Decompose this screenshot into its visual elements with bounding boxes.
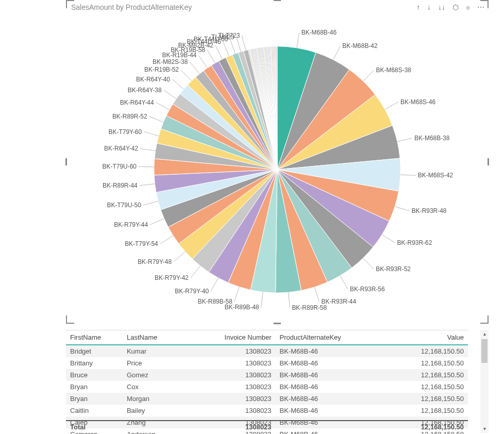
svg-line-3 [385, 102, 398, 110]
svg-line-29 [190, 62, 199, 74]
table-scrollbar[interactable]: ▴ ▾ [480, 330, 489, 433]
slice-label: BK-R64Y-44 [120, 99, 154, 106]
svg-line-34 [230, 39, 235, 54]
svg-line-21 [139, 166, 154, 167]
slice-label: BK-M68B-38 [414, 135, 450, 142]
slice-label: BK-R64Y-40 [136, 76, 170, 83]
slice-label: BK-M68S-42 [418, 172, 453, 179]
expand-all-icon[interactable]: ↓↓ [438, 3, 445, 11]
slice-label: BK-R89R-52 [112, 113, 147, 120]
more-options-icon[interactable]: ⋯ [477, 3, 484, 11]
svg-line-35 [237, 37, 241, 52]
table-row[interactable]: BruceGomez1308023BK-M68B-4612,168,150.50 [66, 369, 468, 381]
svg-line-10 [314, 287, 319, 302]
svg-line-33 [223, 42, 229, 56]
visual-toolbar: ↑ ↓ ↓↓ ⬡ ⟐ ⋯ [416, 3, 484, 11]
scroll-up-icon[interactable]: ▴ [480, 330, 489, 338]
table-row[interactable]: BridgetKumar1308023BK-M68B-4612,168,150.… [66, 345, 468, 357]
svg-line-2 [363, 70, 374, 81]
slice-label: BK-M68S-46 [400, 98, 436, 106]
table-row[interactable]: CaitlinBailey1308023BK-M68B-4612,168,150… [66, 405, 468, 416]
slice-label: BK-R89R-58 [292, 304, 327, 311]
svg-line-5 [400, 175, 416, 175]
svg-line-13 [234, 287, 239, 301]
slice-label: BK-R79Y-48 [138, 258, 172, 265]
svg-line-14 [211, 278, 218, 291]
total-invoice: 1308023 [192, 421, 275, 433]
drill-down-icon[interactable]: ↓ [427, 3, 431, 11]
chart-title: SalesAmount by ProductAlternateKey [71, 3, 192, 11]
table-header-row: FirstName LastName Invoice Number Produc… [66, 330, 468, 345]
slice-label: BK-T79Y-60 [109, 128, 142, 136]
svg-line-36 [242, 36, 246, 51]
slice-label: BK-R93R-48 [412, 207, 447, 214]
svg-line-1 [333, 46, 341, 60]
table-row[interactable]: BryanCox1308023BK-M68B-4612,168,150.50 [66, 381, 468, 393]
col-firstname[interactable]: FirstName [66, 330, 123, 345]
svg-line-7 [382, 235, 395, 243]
slice-label: BK-R79Y-40 [175, 288, 209, 295]
svg-line-16 [174, 252, 185, 262]
slice-label: TI-T723 [219, 32, 240, 39]
svg-line-23 [144, 132, 159, 136]
col-invoice[interactable]: Invoice Number [192, 330, 275, 345]
svg-line-6 [395, 206, 410, 211]
slice-label: BK-R64Y-38 [128, 87, 162, 94]
slice-label: BK-R89R-44 [103, 182, 138, 189]
data-table: FirstName LastName Invoice Number Produc… [66, 330, 468, 434]
svg-line-27 [172, 79, 184, 89]
scroll-thumb[interactable] [481, 339, 488, 363]
svg-line-31 [207, 50, 215, 63]
svg-line-25 [156, 103, 170, 110]
slice-label: BK-R79Y-44 [114, 221, 148, 228]
total-value: 12,168,150.50 [385, 421, 468, 433]
svg-line-22 [140, 148, 156, 151]
focus-mode-icon[interactable]: ⟐ [466, 3, 470, 11]
resize-handle-bottom[interactable] [274, 323, 281, 324]
data-table-visual[interactable]: FirstName LastName Invoice Number Produc… [66, 330, 489, 433]
svg-line-28 [181, 70, 192, 81]
svg-line-0 [297, 32, 299, 48]
slice-label: BK-R93R-62 [397, 239, 432, 246]
hierarchy-icon[interactable]: ⬡ [452, 3, 459, 11]
total-label: Total [66, 421, 123, 433]
svg-line-32 [215, 45, 222, 59]
table-row[interactable]: BryanMorgan1308023BK-M68B-4612,168,150.5… [66, 393, 468, 405]
svg-line-15 [191, 266, 200, 278]
drill-up-icon[interactable]: ↑ [416, 3, 420, 11]
col-productkey[interactable]: ProductAlternateKey [276, 330, 385, 345]
total-table: Total 1308023 12,168,150.50 [66, 420, 468, 433]
pie-chart-plot[interactable]: BK-M68B-46BK-M68B-42BK-M68S-38BK-M68S-46… [66, 15, 489, 319]
slice-label: BK-R79Y-42 [155, 274, 189, 281]
slice-label: BK-M82S-38 [153, 58, 188, 65]
svg-line-30 [199, 55, 208, 68]
slice-label: BK-T79U-60 [103, 163, 137, 170]
svg-line-18 [150, 219, 164, 225]
col-lastname[interactable]: LastName [123, 330, 193, 345]
svg-line-20 [140, 184, 155, 186]
resize-handle-top[interactable] [274, 0, 281, 1]
svg-line-12 [261, 292, 263, 308]
svg-line-19 [143, 201, 158, 205]
slice-label: BK-M68S-38 [376, 66, 412, 74]
svg-line-11 [289, 292, 290, 308]
svg-line-8 [363, 258, 374, 269]
slice-label: BK-R93R-52 [376, 265, 411, 273]
svg-line-24 [149, 116, 164, 122]
slice-label: BK-R19B-52 [144, 66, 179, 73]
slice-label: BK-M68B-46 [301, 29, 337, 36]
svg-line-26 [164, 90, 176, 99]
slice-label: BK-T79U-50 [107, 202, 142, 209]
svg-line-9 [340, 276, 348, 289]
scroll-down-icon[interactable]: ▾ [480, 425, 489, 433]
slice-label: BK-T79Y-54 [125, 240, 158, 247]
svg-line-17 [160, 236, 173, 244]
slice-label: BK-R89B-58 [198, 298, 232, 305]
svg-line-4 [397, 138, 412, 142]
slice-label: BK-M68B-42 [342, 42, 378, 49]
total-row: Total 1308023 12,168,150.50 [66, 421, 468, 433]
col-value[interactable]: Value [385, 330, 468, 345]
pie-chart-visual[interactable]: SalesAmount by ProductAlternateKey ↑ ↓ ↓… [66, 0, 489, 324]
slice-label: BK-R64Y-42 [104, 145, 138, 152]
table-row[interactable]: BrittanyPrice1308023BK-M68B-4612,168,150… [66, 357, 468, 369]
